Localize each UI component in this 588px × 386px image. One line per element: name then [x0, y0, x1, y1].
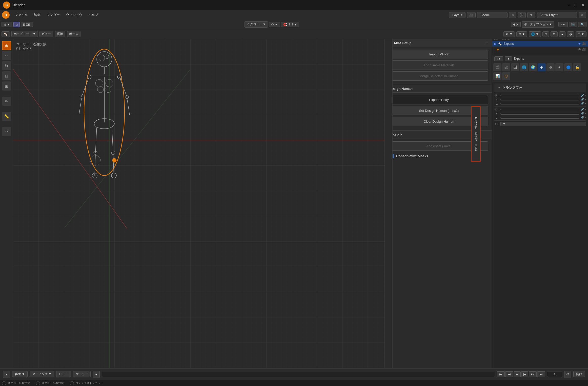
timeline-keying-btn[interactable]: キーイング ▼ — [30, 371, 54, 377]
sidebar-annotate-btn[interactable]: ✏ — [2, 97, 11, 106]
sidebar-rotate-btn[interactable]: ↻ — [2, 61, 11, 70]
timeline-frame-num[interactable]: 1 — [547, 372, 562, 377]
props-mode-btn[interactable]: ≡▼ — [494, 56, 503, 61]
props-physics-icon[interactable]: 🔵 — [564, 63, 572, 71]
outliner-item-armature[interactable]: ▶ 🦴 Exports 👁 🎥 — [492, 41, 588, 47]
sidebar-curve-btn[interactable]: 〰 — [2, 127, 11, 136]
props-object-icon[interactable]: ⊕ — [538, 63, 546, 71]
cam-icon-cam[interactable]: 🎥 — [582, 48, 586, 51]
outliner-item-cam[interactable]: ▶ 👁 🎥 — [492, 47, 588, 52]
pose-btn[interactable]: ポーズ — [67, 31, 80, 37]
pose-mode-btn[interactable]: ポーズモード ▼ — [11, 31, 38, 37]
select-box-btn[interactable]: □ — [13, 22, 20, 27]
timeline-playback-btn[interactable]: 再生 ▼ — [12, 371, 28, 377]
transform-dot-1[interactable]: • — [585, 94, 586, 97]
transform-loc-y-val[interactable] — [500, 99, 579, 100]
select-tools-btn[interactable]: ⊡⊡⊡ — [21, 22, 33, 27]
transform-loc-x-val[interactable] — [500, 95, 579, 96]
gizmo-x-btn[interactable]: ⊗ X — [511, 22, 521, 27]
merge-selected-button[interactable]: Merge Selected To Human — [390, 71, 488, 81]
visibility-btn[interactable]: 👁 ▼ — [503, 31, 515, 37]
view-layer-button[interactable]: View Layer — [537, 12, 577, 18]
view-shading-2[interactable]: ⊕ — [551, 31, 558, 37]
menu-render[interactable]: レンダー — [44, 12, 62, 18]
pivot-menu-btn[interactable]: ⊕ ▼ — [2, 22, 12, 27]
overlay-btn[interactable]: ≡▼ — [558, 22, 568, 27]
props-world-icon[interactable]: 🌍 — [529, 63, 537, 71]
transport-prev-btn[interactable]: ⏭ — [505, 371, 513, 377]
timeline-scrubber[interactable] — [102, 372, 495, 377]
armature-icon-btn[interactable]: 🦴 — [2, 31, 10, 37]
transform-mode-dropdown[interactable]: ▼ — [500, 122, 586, 126]
props-output-icon[interactable]: 🖨 — [502, 63, 510, 71]
transform-dot-3[interactable]: • — [585, 102, 586, 105]
transform-chain-5[interactable]: 🔗 — [580, 112, 584, 115]
sidebar-transform-btn[interactable]: ⊞ — [2, 81, 11, 91]
search-btn[interactable]: 🔍 — [578, 22, 586, 27]
view-btn[interactable]: ビュー — [39, 31, 53, 37]
scene-selector[interactable]: Scene — [477, 12, 508, 18]
props-view-icon[interactable]: 🖼 — [511, 63, 519, 71]
scene-add-btn[interactable]: ✕ — [509, 12, 516, 18]
snap-btn[interactable]: 🧲 ⋮⋮▼ — [281, 22, 299, 27]
sidebar-measure-btn[interactable]: 📏 — [2, 112, 11, 121]
close-button[interactable]: ✕ — [581, 3, 585, 7]
transform-dot-2[interactable]: • — [585, 98, 586, 101]
sidebar-scale-btn[interactable]: ⊡ — [2, 71, 11, 80]
maximize-button[interactable]: □ — [574, 3, 578, 7]
global-btn[interactable]: 🌐 ▼ — [529, 31, 541, 37]
view-shading-opts[interactable]: ⊡ ▼ — [576, 31, 586, 37]
props-material-icon[interactable]: ⬡ — [502, 72, 510, 80]
viewlayer-icon-btn[interactable]: ▼ — [527, 12, 535, 18]
import-mhx2-button[interactable]: Import MHX2 — [390, 50, 488, 59]
menu-edit[interactable]: 編集 — [31, 12, 43, 18]
camera-icon-btn[interactable]: 📷 — [569, 22, 577, 27]
minimize-button[interactable]: ─ — [567, 3, 571, 7]
eye-icon-arm[interactable]: 👁 — [578, 42, 581, 46]
props-scene-icon[interactable]: 🌐 — [520, 63, 528, 71]
props-render-icon[interactable]: 🎬 — [493, 63, 501, 71]
mhx-setup-header[interactable]: ▼ MHX Setup ⋯ — [386, 39, 492, 47]
render-icon-btn[interactable]: 🖼 — [518, 12, 526, 18]
transform-rot-z-val[interactable] — [500, 117, 579, 119]
add-materials-button[interactable]: Add Simple Materials — [390, 60, 488, 70]
props-constraints-icon[interactable]: 🔒 — [573, 63, 581, 71]
transform-orient-btn[interactable]: ⊕ ▼ — [516, 31, 527, 37]
transform-dot-6[interactable]: • — [585, 116, 586, 119]
menu-window[interactable]: ウィンドウ — [63, 12, 85, 18]
transform-chain-2[interactable]: 🔗 — [580, 98, 584, 101]
scene-icon-btn[interactable]: 🎥 — [467, 12, 476, 18]
view-shading-4[interactable]: ◑ — [567, 31, 574, 37]
transport-next-btn[interactable]: ⏭ — [529, 371, 537, 377]
sidebar-move-btn[interactable]: ↔ — [2, 51, 11, 60]
proportional-btn[interactable]: ⟳ ▼ — [269, 22, 280, 27]
timeline-anim-btn[interactable]: ● — [3, 371, 10, 378]
transform-loc-z-val[interactable] — [500, 103, 579, 104]
transform-dot-5[interactable]: • — [585, 112, 586, 115]
transport-start-btn[interactable]: ⏮ — [497, 371, 505, 377]
transport-back-btn[interactable]: ◀ — [514, 371, 521, 377]
props-modifier-icon[interactable]: ⚙ — [546, 63, 555, 71]
mhx2-ru-tab[interactable]: MHX2 Ru MakeTar MPFB — [471, 106, 481, 162]
select-btn[interactable]: 選択 — [55, 31, 65, 37]
transform-chain-4[interactable]: 🔗 — [580, 108, 584, 111]
view-layer-add-btn[interactable]: ✕ — [579, 12, 586, 18]
timeline-marker-btn[interactable]: マーカー — [73, 371, 91, 377]
transform-header[interactable]: ▼ トランスフォ — [494, 83, 586, 92]
transport-end-btn[interactable]: ⏮ — [537, 371, 545, 377]
props-view-btn[interactable]: ▼ — [505, 56, 512, 61]
transform-dot-4[interactable]: • — [585, 108, 586, 111]
transform-rot-y-val[interactable] — [500, 113, 579, 115]
pose-options-btn[interactable]: ポーズオプション ▼ — [522, 21, 554, 28]
timeline-dot-btn[interactable]: ● — [93, 371, 100, 378]
props-particles-icon[interactable]: ✦ — [555, 63, 563, 71]
transform-chain-1[interactable]: 🔗 — [580, 94, 584, 97]
cam-icon-arm[interactable]: 🎥 — [582, 42, 586, 46]
menu-help[interactable]: ヘルプ — [86, 12, 101, 18]
props-data-icon[interactable]: 📊 — [493, 72, 501, 80]
transport-play-btn[interactable]: ▶ — [521, 371, 528, 377]
sidebar-cursor-btn[interactable]: ⊕ — [2, 41, 11, 50]
exports-body-button[interactable]: Exports:Body — [390, 95, 488, 104]
transform-snap-btn[interactable]: ⤢ グロー... ▼ — [245, 21, 268, 28]
layout-button[interactable]: Layout — [449, 12, 465, 18]
